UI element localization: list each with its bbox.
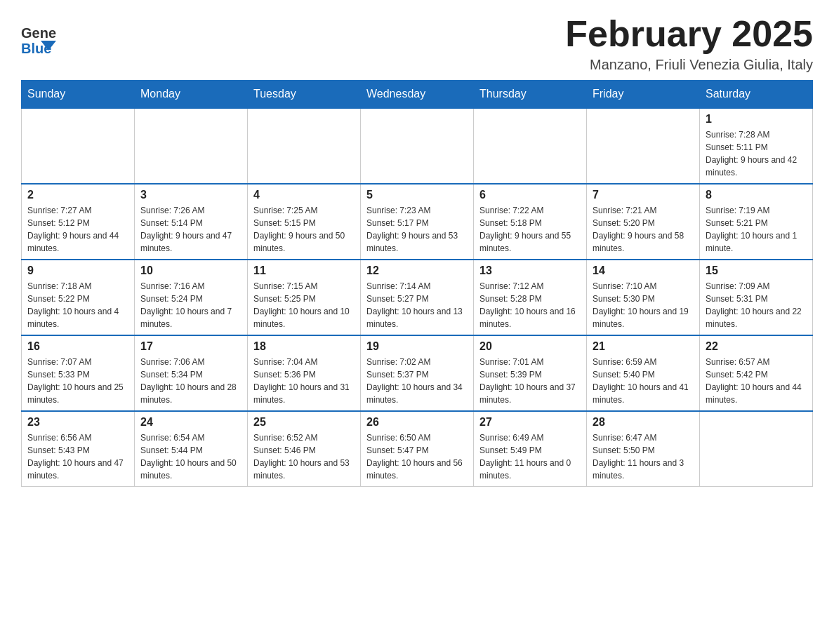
day-number: 12 (366, 264, 468, 277)
day-info: Sunrise: 7:25 AM Sunset: 5:15 PM Dayligh… (253, 204, 355, 255)
day-of-week-header: Saturday (700, 81, 813, 109)
calendar-cell: 26Sunrise: 6:50 AM Sunset: 5:47 PM Dayli… (361, 411, 474, 487)
calendar-cell: 17Sunrise: 7:06 AM Sunset: 5:34 PM Dayli… (135, 335, 248, 411)
calendar-cell: 14Sunrise: 7:10 AM Sunset: 5:30 PM Dayli… (587, 260, 700, 335)
calendar-cell (700, 411, 813, 487)
day-number: 18 (253, 340, 355, 353)
day-number: 8 (706, 189, 807, 201)
day-of-week-header: Monday (135, 81, 248, 109)
day-number: 26 (366, 416, 468, 429)
calendar-cell (474, 108, 587, 184)
day-of-week-header: Wednesday (361, 81, 474, 109)
calendar-cell: 20Sunrise: 7:01 AM Sunset: 5:39 PM Dayli… (474, 335, 587, 411)
day-info: Sunrise: 7:02 AM Sunset: 5:37 PM Dayligh… (366, 356, 468, 406)
calendar-week-row: 23Sunrise: 6:56 AM Sunset: 5:43 PM Dayli… (22, 411, 813, 487)
day-info: Sunrise: 7:14 AM Sunset: 5:27 PM Dayligh… (366, 280, 468, 330)
day-number: 14 (593, 264, 694, 277)
calendar-cell: 27Sunrise: 6:49 AM Sunset: 5:49 PM Dayli… (474, 411, 587, 487)
logo: General Blue (21, 21, 56, 62)
day-number: 28 (593, 416, 694, 429)
calendar-week-row: 2Sunrise: 7:27 AM Sunset: 5:12 PM Daylig… (22, 184, 813, 260)
logo-graphic: General Blue (21, 21, 56, 62)
day-number: 15 (706, 264, 807, 277)
day-info: Sunrise: 6:54 AM Sunset: 5:44 PM Dayligh… (140, 431, 241, 482)
svg-text:Blue: Blue (21, 41, 51, 56)
day-number: 27 (479, 416, 581, 429)
location-title: Manzano, Friuli Venezia Giulia, Italy (565, 57, 813, 73)
calendar-cell: 8Sunrise: 7:19 AM Sunset: 5:21 PM Daylig… (700, 184, 813, 260)
day-info: Sunrise: 7:06 AM Sunset: 5:34 PM Dayligh… (140, 356, 241, 406)
day-number: 20 (479, 340, 581, 353)
day-number: 1 (706, 113, 807, 126)
day-number: 13 (479, 264, 581, 277)
day-info: Sunrise: 6:49 AM Sunset: 5:49 PM Dayligh… (479, 431, 581, 482)
calendar-table: SundayMondayTuesdayWednesdayThursdayFrid… (21, 80, 813, 487)
calendar-cell: 21Sunrise: 6:59 AM Sunset: 5:40 PM Dayli… (587, 335, 700, 411)
calendar-cell: 9Sunrise: 7:18 AM Sunset: 5:22 PM Daylig… (22, 260, 135, 335)
calendar-cell: 25Sunrise: 6:52 AM Sunset: 5:46 PM Dayli… (248, 411, 361, 487)
month-title: February 2025 (565, 14, 813, 54)
day-info: Sunrise: 7:16 AM Sunset: 5:24 PM Dayligh… (140, 280, 241, 330)
day-number: 25 (253, 416, 355, 429)
svg-text:General: General (21, 25, 56, 41)
day-info: Sunrise: 7:09 AM Sunset: 5:31 PM Dayligh… (706, 280, 807, 330)
day-info: Sunrise: 6:56 AM Sunset: 5:43 PM Dayligh… (27, 431, 128, 482)
day-info: Sunrise: 6:57 AM Sunset: 5:42 PM Dayligh… (706, 356, 807, 406)
day-of-week-header: Friday (587, 81, 700, 109)
day-number: 2 (27, 189, 128, 201)
calendar-cell: 28Sunrise: 6:47 AM Sunset: 5:50 PM Dayli… (587, 411, 700, 487)
calendar-cell (135, 108, 248, 184)
day-number: 22 (706, 340, 807, 353)
day-info: Sunrise: 7:28 AM Sunset: 5:11 PM Dayligh… (706, 128, 807, 179)
calendar-cell (22, 108, 135, 184)
calendar-cell: 22Sunrise: 6:57 AM Sunset: 5:42 PM Dayli… (700, 335, 813, 411)
day-info: Sunrise: 6:50 AM Sunset: 5:47 PM Dayligh… (366, 431, 468, 482)
calendar-week-row: 1Sunrise: 7:28 AM Sunset: 5:11 PM Daylig… (22, 108, 813, 184)
day-info: Sunrise: 7:07 AM Sunset: 5:33 PM Dayligh… (27, 356, 128, 406)
calendar-cell: 1Sunrise: 7:28 AM Sunset: 5:11 PM Daylig… (700, 108, 813, 184)
day-info: Sunrise: 6:47 AM Sunset: 5:50 PM Dayligh… (593, 431, 694, 482)
day-number: 16 (27, 340, 128, 353)
day-info: Sunrise: 7:15 AM Sunset: 5:25 PM Dayligh… (253, 280, 355, 330)
day-of-week-header: Tuesday (248, 81, 361, 109)
day-info: Sunrise: 7:01 AM Sunset: 5:39 PM Dayligh… (479, 356, 581, 406)
day-number: 10 (140, 264, 241, 277)
calendar-cell (587, 108, 700, 184)
day-number: 21 (593, 340, 694, 353)
day-number: 17 (140, 340, 241, 353)
day-info: Sunrise: 7:27 AM Sunset: 5:12 PM Dayligh… (27, 204, 128, 255)
day-info: Sunrise: 7:23 AM Sunset: 5:17 PM Dayligh… (366, 204, 468, 255)
calendar-cell: 23Sunrise: 6:56 AM Sunset: 5:43 PM Dayli… (22, 411, 135, 487)
day-number: 9 (27, 264, 128, 277)
calendar-cell: 11Sunrise: 7:15 AM Sunset: 5:25 PM Dayli… (248, 260, 361, 335)
calendar-cell: 2Sunrise: 7:27 AM Sunset: 5:12 PM Daylig… (22, 184, 135, 260)
day-number: 11 (253, 264, 355, 277)
day-number: 24 (140, 416, 241, 429)
day-info: Sunrise: 7:18 AM Sunset: 5:22 PM Dayligh… (27, 280, 128, 330)
day-number: 4 (253, 189, 355, 201)
day-info: Sunrise: 7:21 AM Sunset: 5:20 PM Dayligh… (593, 204, 694, 255)
calendar-cell: 7Sunrise: 7:21 AM Sunset: 5:20 PM Daylig… (587, 184, 700, 260)
calendar-week-row: 9Sunrise: 7:18 AM Sunset: 5:22 PM Daylig… (22, 260, 813, 335)
calendar-cell: 12Sunrise: 7:14 AM Sunset: 5:27 PM Dayli… (361, 260, 474, 335)
calendar-cell: 3Sunrise: 7:26 AM Sunset: 5:14 PM Daylig… (135, 184, 248, 260)
day-number: 5 (366, 189, 468, 201)
day-number: 23 (27, 416, 128, 429)
day-number: 7 (593, 189, 694, 201)
day-info: Sunrise: 6:59 AM Sunset: 5:40 PM Dayligh… (593, 356, 694, 406)
calendar-cell: 15Sunrise: 7:09 AM Sunset: 5:31 PM Dayli… (700, 260, 813, 335)
day-info: Sunrise: 7:04 AM Sunset: 5:36 PM Dayligh… (253, 356, 355, 406)
day-number: 6 (479, 189, 581, 201)
day-info: Sunrise: 7:26 AM Sunset: 5:14 PM Dayligh… (140, 204, 241, 255)
calendar-header-row: SundayMondayTuesdayWednesdayThursdayFrid… (22, 81, 813, 109)
calendar-cell: 10Sunrise: 7:16 AM Sunset: 5:24 PM Dayli… (135, 260, 248, 335)
calendar-cell: 13Sunrise: 7:12 AM Sunset: 5:28 PM Dayli… (474, 260, 587, 335)
day-info: Sunrise: 7:19 AM Sunset: 5:21 PM Dayligh… (706, 204, 807, 255)
day-of-week-header: Thursday (474, 81, 587, 109)
day-of-week-header: Sunday (22, 81, 135, 109)
day-number: 19 (366, 340, 468, 353)
calendar-cell: 16Sunrise: 7:07 AM Sunset: 5:33 PM Dayli… (22, 335, 135, 411)
day-info: Sunrise: 7:10 AM Sunset: 5:30 PM Dayligh… (593, 280, 694, 330)
page-header: General Blue February 2025 Manzano, Friu… (21, 14, 813, 73)
title-block: February 2025 Manzano, Friuli Venezia Gi… (565, 14, 813, 73)
